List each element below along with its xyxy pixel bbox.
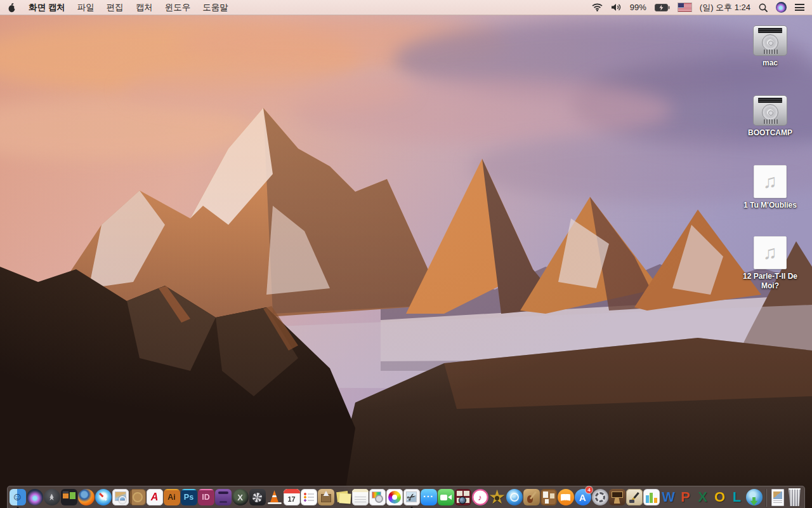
grab-icon: [403, 489, 420, 505]
menu-item-2[interactable]: 편집: [107, 2, 124, 13]
menu-item-5[interactable]: 도움말: [202, 2, 228, 13]
dock-keynote[interactable]: [608, 486, 625, 508]
dock-photos[interactable]: [386, 486, 403, 508]
dock-numbers[interactable]: [643, 486, 660, 508]
address-book-icon: [129, 489, 146, 505]
dock-corkboard[interactable]: [540, 486, 557, 508]
dock-messages[interactable]: [420, 486, 437, 508]
dock-imovie[interactable]: [488, 486, 506, 508]
calendar-icon: 17: [284, 489, 300, 505]
dock-acrobat-reader[interactable]: A: [146, 486, 163, 508]
desktop-icon-12-parle-t-il-de-moi-[interactable]: ♫12 Parle-T-Il De Moi?: [735, 236, 806, 291]
dock-safari[interactable]: [95, 486, 112, 508]
dock-trash[interactable]: [786, 486, 803, 508]
hard-drive-icon: [753, 95, 787, 126]
dock-reminders[interactable]: [300, 486, 317, 508]
dock-dvd-player[interactable]: [506, 486, 523, 508]
notification-center-icon[interactable]: [795, 4, 804, 11]
audio-file-icon: ♫: [754, 165, 787, 198]
dock-stickies[interactable]: [334, 486, 351, 508]
dock-garageband[interactable]: [523, 486, 540, 508]
dock-outlook[interactable]: O: [711, 486, 728, 508]
menu-item-3[interactable]: 캡처: [136, 2, 153, 13]
desktop-icon-label: 12 Parle-T-Il De Moi?: [735, 272, 806, 291]
calendar-label: 17: [287, 496, 295, 503]
dock-firefox[interactable]: [77, 486, 95, 508]
preview-icon: [112, 489, 129, 505]
downloader-icon: [746, 489, 763, 505]
indesign-icon: ID: [198, 489, 214, 505]
dock-illustrator[interactable]: Ai: [163, 486, 180, 508]
menu-item-4[interactable]: 윈도우: [165, 2, 191, 13]
wifi-icon[interactable]: [592, 3, 603, 11]
xee-label: X: [237, 493, 243, 502]
textedit-icon: [352, 489, 369, 505]
messages-icon: [421, 489, 437, 505]
corkboard-icon: [540, 489, 557, 505]
dock-downloads-document[interactable]: [769, 486, 786, 508]
dock-launchpad[interactable]: [43, 486, 60, 508]
photo-booth-icon: [455, 489, 471, 505]
imovie-icon: [489, 489, 506, 505]
hard-drive-icon: [753, 25, 787, 56]
word-icon: W: [660, 489, 677, 505]
dock-preview[interactable]: [112, 486, 129, 508]
powerpoint-label: P: [681, 490, 690, 504]
dock-siri[interactable]: [26, 486, 43, 508]
dock-itunes[interactable]: [471, 486, 488, 508]
finder-icon: [10, 489, 26, 505]
dock-powerpoint[interactable]: P: [677, 486, 694, 508]
word-label: W: [662, 490, 675, 504]
desktop-icon-1-tu-m-oublies[interactable]: ♫1 Tu M'Oublies: [735, 165, 806, 210]
battery-percentage: 99%: [630, 3, 646, 12]
desktop-icon-bootcamp[interactable]: BOOTCAMP: [735, 95, 806, 138]
dock-photo-booth[interactable]: [454, 486, 471, 508]
excel-icon: X: [695, 489, 711, 505]
acrobat-reader-label: A: [151, 492, 159, 502]
dock-pages[interactable]: [625, 486, 643, 508]
dock-mission-control[interactable]: [60, 486, 77, 508]
dock-colorsync[interactable]: [369, 486, 386, 508]
active-app-menu[interactable]: 화면 캡처: [29, 2, 65, 13]
garageband-icon: [523, 489, 540, 505]
firefox-icon: [78, 489, 95, 505]
desktop-icon-mac[interactable]: mac: [735, 25, 806, 68]
dock-excel[interactable]: X: [694, 486, 711, 508]
itunes-icon: [472, 489, 488, 505]
dock-downloader[interactable]: [745, 486, 763, 508]
dock-photoshop[interactable]: Ps: [180, 486, 197, 508]
pages-icon: [626, 489, 643, 505]
apple-logo-icon: [8, 3, 16, 13]
lync-icon: L: [729, 489, 745, 505]
siri-icon[interactable]: [776, 2, 787, 13]
photoshop-label: Ps: [184, 493, 193, 502]
menu-clock[interactable]: (일) 오후 1:24: [700, 2, 750, 13]
dock-textedit[interactable]: [351, 486, 369, 508]
battery-charging-icon[interactable]: [655, 4, 670, 11]
dock-finder[interactable]: [9, 486, 26, 508]
dock-lync[interactable]: L: [728, 486, 745, 508]
dock-ibooks[interactable]: [557, 486, 574, 508]
volume-icon[interactable]: [611, 3, 622, 11]
fan-control-icon: [249, 489, 266, 505]
menu-item-1[interactable]: 파일: [77, 2, 95, 13]
dock-xee[interactable]: X: [232, 486, 249, 508]
dock-app-store[interactable]: A4: [574, 486, 591, 508]
dock-fan-control[interactable]: [249, 486, 266, 508]
dock-vlc[interactable]: [266, 486, 283, 508]
dock-system-preferences[interactable]: [591, 486, 608, 508]
dock-stuffit-expander[interactable]: [317, 486, 334, 508]
menu-bar: 화면 캡처 파일편집캡처윈도우도움말 99%: [0, 0, 812, 15]
safari-icon: [95, 489, 112, 505]
siri-icon: [27, 489, 43, 505]
dock-calendar[interactable]: 17: [283, 486, 300, 508]
apple-menu[interactable]: [8, 3, 16, 13]
dock-indesign[interactable]: ID: [197, 486, 214, 508]
spotlight-search-icon[interactable]: [759, 3, 768, 12]
dock-facetime[interactable]: [437, 486, 454, 508]
input-source-us-flag[interactable]: [678, 3, 691, 11]
dock-word[interactable]: W: [660, 486, 677, 508]
dock-toast[interactable]: [214, 486, 232, 508]
dock-grab[interactable]: [403, 486, 420, 508]
dock-address-book[interactable]: [129, 486, 146, 508]
